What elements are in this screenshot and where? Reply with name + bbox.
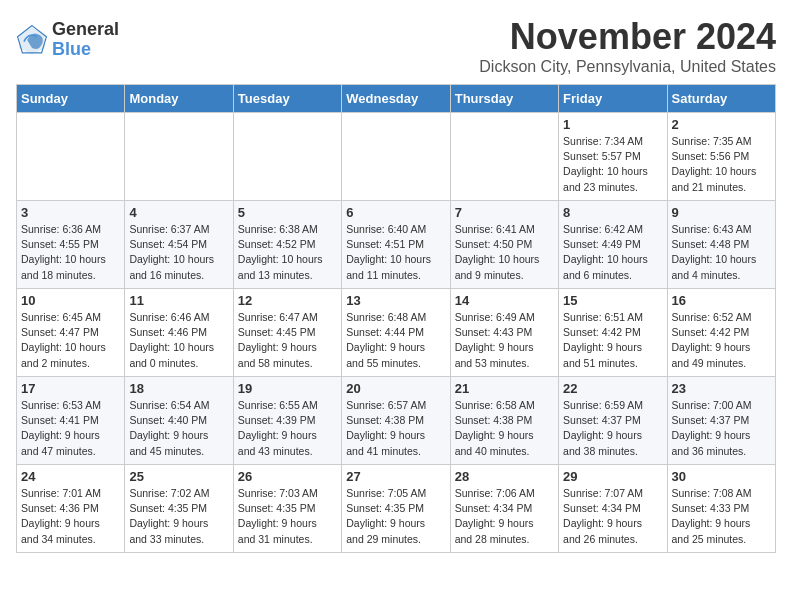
calendar-cell: 5Sunrise: 6:38 AM Sunset: 4:52 PM Daylig…: [233, 201, 341, 289]
day-info: Sunrise: 7:02 AM Sunset: 4:35 PM Dayligh…: [129, 486, 228, 547]
calendar-cell: 29Sunrise: 7:07 AM Sunset: 4:34 PM Dayli…: [559, 465, 667, 553]
weekday-header: Sunday: [17, 85, 125, 113]
day-number: 21: [455, 381, 554, 396]
day-number: 2: [672, 117, 771, 132]
month-title: November 2024: [479, 16, 776, 58]
calendar-cell: 7Sunrise: 6:41 AM Sunset: 4:50 PM Daylig…: [450, 201, 558, 289]
weekday-header: Monday: [125, 85, 233, 113]
day-number: 8: [563, 205, 662, 220]
calendar-cell: 18Sunrise: 6:54 AM Sunset: 4:40 PM Dayli…: [125, 377, 233, 465]
day-number: 3: [21, 205, 120, 220]
day-number: 1: [563, 117, 662, 132]
day-number: 18: [129, 381, 228, 396]
day-info: Sunrise: 7:35 AM Sunset: 5:56 PM Dayligh…: [672, 134, 771, 195]
day-number: 19: [238, 381, 337, 396]
day-number: 27: [346, 469, 445, 484]
day-info: Sunrise: 7:03 AM Sunset: 4:35 PM Dayligh…: [238, 486, 337, 547]
day-info: Sunrise: 6:59 AM Sunset: 4:37 PM Dayligh…: [563, 398, 662, 459]
day-info: Sunrise: 6:52 AM Sunset: 4:42 PM Dayligh…: [672, 310, 771, 371]
calendar-cell: 19Sunrise: 6:55 AM Sunset: 4:39 PM Dayli…: [233, 377, 341, 465]
calendar-cell: 8Sunrise: 6:42 AM Sunset: 4:49 PM Daylig…: [559, 201, 667, 289]
day-number: 6: [346, 205, 445, 220]
day-info: Sunrise: 6:43 AM Sunset: 4:48 PM Dayligh…: [672, 222, 771, 283]
calendar-week-row: 24Sunrise: 7:01 AM Sunset: 4:36 PM Dayli…: [17, 465, 776, 553]
day-info: Sunrise: 6:37 AM Sunset: 4:54 PM Dayligh…: [129, 222, 228, 283]
calendar-cell: 16Sunrise: 6:52 AM Sunset: 4:42 PM Dayli…: [667, 289, 775, 377]
day-info: Sunrise: 6:57 AM Sunset: 4:38 PM Dayligh…: [346, 398, 445, 459]
day-info: Sunrise: 6:53 AM Sunset: 4:41 PM Dayligh…: [21, 398, 120, 459]
day-number: 11: [129, 293, 228, 308]
location-title: Dickson City, Pennsylvania, United State…: [479, 58, 776, 76]
day-number: 23: [672, 381, 771, 396]
day-info: Sunrise: 6:48 AM Sunset: 4:44 PM Dayligh…: [346, 310, 445, 371]
title-area: November 2024 Dickson City, Pennsylvania…: [479, 16, 776, 76]
calendar-cell: [17, 113, 125, 201]
day-number: 20: [346, 381, 445, 396]
day-number: 10: [21, 293, 120, 308]
calendar-cell: 20Sunrise: 6:57 AM Sunset: 4:38 PM Dayli…: [342, 377, 450, 465]
day-number: 12: [238, 293, 337, 308]
calendar-cell: 24Sunrise: 7:01 AM Sunset: 4:36 PM Dayli…: [17, 465, 125, 553]
calendar-cell: 12Sunrise: 6:47 AM Sunset: 4:45 PM Dayli…: [233, 289, 341, 377]
day-info: Sunrise: 6:55 AM Sunset: 4:39 PM Dayligh…: [238, 398, 337, 459]
day-number: 5: [238, 205, 337, 220]
calendar-week-row: 3Sunrise: 6:36 AM Sunset: 4:55 PM Daylig…: [17, 201, 776, 289]
day-number: 28: [455, 469, 554, 484]
day-number: 16: [672, 293, 771, 308]
calendar-cell: 3Sunrise: 6:36 AM Sunset: 4:55 PM Daylig…: [17, 201, 125, 289]
calendar-cell: 1Sunrise: 7:34 AM Sunset: 5:57 PM Daylig…: [559, 113, 667, 201]
day-number: 29: [563, 469, 662, 484]
day-info: Sunrise: 7:05 AM Sunset: 4:35 PM Dayligh…: [346, 486, 445, 547]
day-info: Sunrise: 6:40 AM Sunset: 4:51 PM Dayligh…: [346, 222, 445, 283]
calendar-cell: [125, 113, 233, 201]
calendar-header-row: SundayMondayTuesdayWednesdayThursdayFrid…: [17, 85, 776, 113]
day-number: 22: [563, 381, 662, 396]
header: General Blue November 2024 Dickson City,…: [16, 16, 776, 76]
day-info: Sunrise: 7:06 AM Sunset: 4:34 PM Dayligh…: [455, 486, 554, 547]
calendar-cell: 26Sunrise: 7:03 AM Sunset: 4:35 PM Dayli…: [233, 465, 341, 553]
day-info: Sunrise: 6:41 AM Sunset: 4:50 PM Dayligh…: [455, 222, 554, 283]
calendar-cell: 6Sunrise: 6:40 AM Sunset: 4:51 PM Daylig…: [342, 201, 450, 289]
calendar-cell: 23Sunrise: 7:00 AM Sunset: 4:37 PM Dayli…: [667, 377, 775, 465]
day-info: Sunrise: 7:01 AM Sunset: 4:36 PM Dayligh…: [21, 486, 120, 547]
calendar-week-row: 1Sunrise: 7:34 AM Sunset: 5:57 PM Daylig…: [17, 113, 776, 201]
day-info: Sunrise: 6:49 AM Sunset: 4:43 PM Dayligh…: [455, 310, 554, 371]
day-number: 24: [21, 469, 120, 484]
logo-icon: [16, 24, 48, 56]
calendar-cell: 25Sunrise: 7:02 AM Sunset: 4:35 PM Dayli…: [125, 465, 233, 553]
calendar: SundayMondayTuesdayWednesdayThursdayFrid…: [16, 84, 776, 553]
day-info: Sunrise: 6:47 AM Sunset: 4:45 PM Dayligh…: [238, 310, 337, 371]
calendar-cell: 30Sunrise: 7:08 AM Sunset: 4:33 PM Dayli…: [667, 465, 775, 553]
calendar-cell: 11Sunrise: 6:46 AM Sunset: 4:46 PM Dayli…: [125, 289, 233, 377]
day-info: Sunrise: 6:36 AM Sunset: 4:55 PM Dayligh…: [21, 222, 120, 283]
day-number: 9: [672, 205, 771, 220]
day-info: Sunrise: 6:42 AM Sunset: 4:49 PM Dayligh…: [563, 222, 662, 283]
day-number: 4: [129, 205, 228, 220]
calendar-cell: 27Sunrise: 7:05 AM Sunset: 4:35 PM Dayli…: [342, 465, 450, 553]
weekday-header: Saturday: [667, 85, 775, 113]
calendar-cell: 13Sunrise: 6:48 AM Sunset: 4:44 PM Dayli…: [342, 289, 450, 377]
day-info: Sunrise: 7:08 AM Sunset: 4:33 PM Dayligh…: [672, 486, 771, 547]
day-number: 7: [455, 205, 554, 220]
calendar-cell: 15Sunrise: 6:51 AM Sunset: 4:42 PM Dayli…: [559, 289, 667, 377]
calendar-cell: 28Sunrise: 7:06 AM Sunset: 4:34 PM Dayli…: [450, 465, 558, 553]
calendar-week-row: 17Sunrise: 6:53 AM Sunset: 4:41 PM Dayli…: [17, 377, 776, 465]
calendar-cell: [450, 113, 558, 201]
day-number: 13: [346, 293, 445, 308]
logo-general-text: General: [52, 20, 119, 40]
calendar-cell: 9Sunrise: 6:43 AM Sunset: 4:48 PM Daylig…: [667, 201, 775, 289]
calendar-cell: 14Sunrise: 6:49 AM Sunset: 4:43 PM Dayli…: [450, 289, 558, 377]
calendar-cell: 2Sunrise: 7:35 AM Sunset: 5:56 PM Daylig…: [667, 113, 775, 201]
day-number: 15: [563, 293, 662, 308]
calendar-cell: 17Sunrise: 6:53 AM Sunset: 4:41 PM Dayli…: [17, 377, 125, 465]
day-info: Sunrise: 6:46 AM Sunset: 4:46 PM Dayligh…: [129, 310, 228, 371]
day-info: Sunrise: 6:54 AM Sunset: 4:40 PM Dayligh…: [129, 398, 228, 459]
day-info: Sunrise: 6:51 AM Sunset: 4:42 PM Dayligh…: [563, 310, 662, 371]
weekday-header: Wednesday: [342, 85, 450, 113]
logo-text: General Blue: [52, 20, 119, 60]
calendar-week-row: 10Sunrise: 6:45 AM Sunset: 4:47 PM Dayli…: [17, 289, 776, 377]
day-info: Sunrise: 6:45 AM Sunset: 4:47 PM Dayligh…: [21, 310, 120, 371]
day-info: Sunrise: 7:07 AM Sunset: 4:34 PM Dayligh…: [563, 486, 662, 547]
day-number: 26: [238, 469, 337, 484]
day-number: 30: [672, 469, 771, 484]
